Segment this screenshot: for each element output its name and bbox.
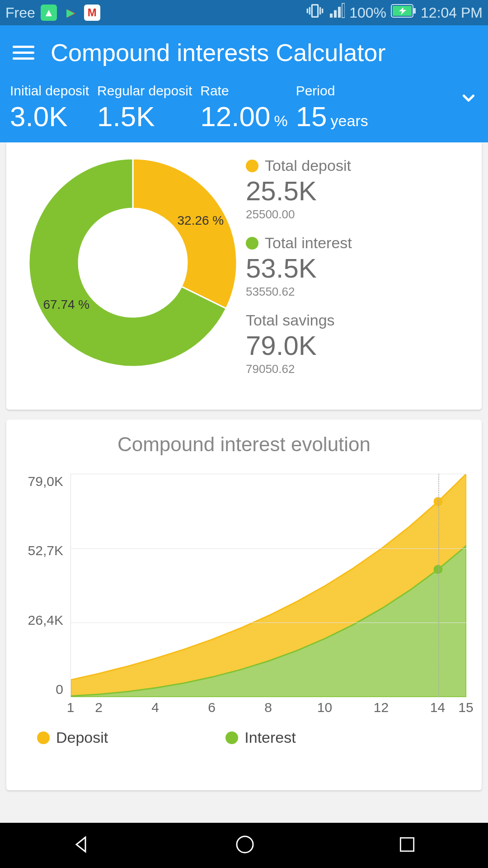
dot-icon [246,160,258,172]
menu-icon[interactable] [13,46,34,60]
param-value: 1.5K [97,100,155,132]
stat-value: 25.5K [246,175,468,207]
legend-label: Deposit [56,729,108,746]
home-icon[interactable] [234,834,256,857]
param-label: Initial deposit [10,83,89,99]
signal-icon [328,3,345,23]
status-bar: Free ▲ ▶ M 100% 12:04 PM [0,0,488,25]
param-rate[interactable]: Rate 12.00 % [200,83,287,132]
battery-percent: 100% [349,5,386,21]
chart-title: Compound interest evolution [17,433,471,456]
param-label: Period [296,83,368,99]
dot-icon [225,731,238,744]
stat-label: Total interest [265,234,352,252]
param-unit: % [274,112,287,130]
dot-icon [246,237,258,250]
area-legend: Deposit Interest [17,718,471,746]
param-value: 15 [296,100,327,132]
evolution-card: Compound interest evolution 79,0K52,7K26… [6,420,482,790]
android-icon: ▲ [41,5,57,21]
param-value: 3.0K [10,100,68,132]
svg-rect-4 [342,4,345,18]
donut-chart: 32.26 % 67.74 % [24,154,241,371]
legend-interest: Interest [225,729,296,746]
stat-value: 79.0K [246,330,468,361]
donut-slice-label-interest: 67.74 % [43,297,89,312]
area-chart: 79,0K52,7K26,4K0 1246810121415 [17,474,471,718]
param-regular-deposit[interactable]: Regular deposit 1.5K [97,83,192,132]
stat-subvalue: 53550.62 [246,285,468,299]
recents-icon[interactable] [397,835,417,856]
stat-label: Total savings [246,311,335,329]
parameters-row[interactable]: Initial deposit 3.0K Regular deposit 1.5… [0,80,488,142]
param-initial-deposit[interactable]: Initial deposit 3.0K [10,83,89,132]
battery-icon [391,4,416,21]
dot-icon [37,731,50,744]
param-label: Regular deposit [97,83,192,99]
svg-rect-2 [334,10,337,18]
carrier-label: Free [5,5,35,21]
donut-slice-label-deposit: 32.26 % [178,213,224,228]
play-store-icon: ▶ [62,5,79,21]
svg-point-10 [237,836,253,853]
svg-rect-0 [312,5,318,17]
param-period[interactable]: Period 15 years [296,83,368,132]
svg-rect-6 [413,8,416,14]
app-bar: Compound interests Calculator Initial de… [0,25,488,142]
page-title: Compound interests Calculator [51,38,385,66]
stat-total-savings: Total savings 79.0K 79050.62 [246,311,468,376]
stat-value: 53.5K [246,253,468,284]
summary-card: 32.26 % 67.74 % Total deposit 25.5K 2550… [6,142,482,410]
gmail-icon: M [84,5,100,21]
stat-label: Total deposit [265,157,351,175]
chevron-down-icon[interactable] [459,83,478,109]
legend-deposit: Deposit [37,729,108,746]
legend-label: Interest [244,729,296,746]
svg-rect-11 [401,838,414,851]
stat-subvalue: 25500.00 [246,208,468,222]
stat-total-deposit: Total deposit 25.5K 25500.00 [246,157,468,222]
stat-total-interest: Total interest 53.5K 53550.62 [246,234,468,299]
android-nav-bar [0,823,488,868]
clock: 12:04 PM [421,5,483,21]
param-value: 12.00 [200,100,270,132]
back-icon[interactable] [71,834,93,857]
param-label: Rate [200,83,287,99]
vibrate-icon [306,2,324,24]
svg-rect-3 [338,7,341,18]
svg-rect-1 [330,14,333,18]
stat-subvalue: 79050.62 [246,362,468,376]
param-unit: years [331,112,368,130]
